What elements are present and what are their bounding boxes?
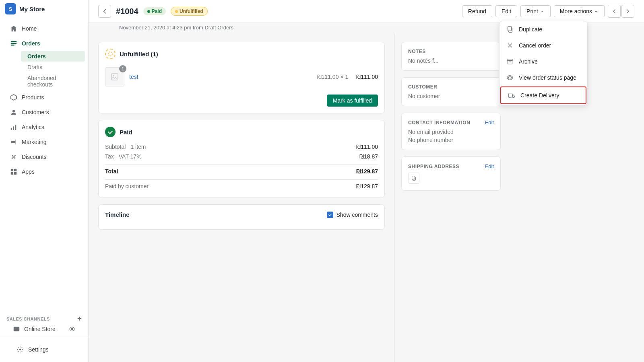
nav-arrows xyxy=(608,5,634,18)
svg-rect-4 xyxy=(11,128,12,130)
copy-address-button[interactable] xyxy=(408,173,419,184)
svg-rect-0 xyxy=(11,41,17,42)
svg-point-8 xyxy=(14,157,16,159)
customers-icon xyxy=(10,108,18,116)
eye-icon xyxy=(69,326,75,332)
show-comments-toggle[interactable]: Show comments xyxy=(327,212,378,218)
view-status-icon xyxy=(506,74,514,82)
orders-icon xyxy=(10,39,18,47)
order-item: 1 test ₪111.00 × 1 ₪111.00 xyxy=(105,64,378,90)
svg-rect-2 xyxy=(11,45,14,46)
shipping-edit-button[interactable]: Edit xyxy=(485,163,494,169)
svg-point-20 xyxy=(508,76,511,79)
svg-rect-14 xyxy=(14,327,19,331)
contact-edit-button[interactable]: Edit xyxy=(485,119,494,125)
store-icon: S xyxy=(5,3,16,14)
more-actions-dropdown: Duplicate Cancel order Archive View orde… xyxy=(499,21,588,105)
payment-card: Paid Subtotal 1 item ₪111.00 Tax VAT 17%… xyxy=(98,120,385,198)
analytics-icon xyxy=(10,123,18,131)
paid-by-row: Paid by customer ₪129.87 xyxy=(105,179,378,191)
dropdown-archive[interactable]: Archive xyxy=(500,53,587,70)
svg-point-25 xyxy=(113,75,114,76)
shipping-card: SHIPPING ADDRESS Edit xyxy=(401,156,501,191)
orders-submenu: Orders Drafts Abandoned checkouts xyxy=(0,51,88,90)
sidebar-item-drafts[interactable]: Drafts xyxy=(21,62,85,72)
store-name[interactable]: S My Store xyxy=(0,0,88,18)
cancel-icon xyxy=(506,41,514,49)
payment-header: Paid xyxy=(105,127,378,137)
sidebar-item-marketing[interactable]: Marketing xyxy=(3,135,85,149)
paid-status-icon xyxy=(105,127,116,137)
svg-rect-11 xyxy=(14,169,17,171)
svg-rect-10 xyxy=(11,169,13,171)
notes-title: Notes xyxy=(408,49,494,54)
sidebar-item-customers[interactable]: Customers xyxy=(3,105,85,119)
svg-rect-6 xyxy=(15,125,17,130)
online-store-item[interactable]: Online Store xyxy=(6,323,82,335)
sidebar-item-abandoned[interactable]: Abandoned checkouts xyxy=(21,73,85,90)
mark-fulfilled-button[interactable]: Mark as fulfilled xyxy=(327,95,378,107)
svg-rect-18 xyxy=(508,27,512,31)
customer-section-title: Customer xyxy=(408,84,494,90)
unfulfilled-card: Unfulfilled (1) 1 test ₪111.00 × 1 ₪111.… xyxy=(98,42,385,113)
svg-point-16 xyxy=(19,349,21,351)
products-icon xyxy=(10,93,18,101)
archive-icon xyxy=(506,58,514,66)
sidebar-item-discounts[interactable]: Discounts xyxy=(3,150,85,164)
delivery-icon xyxy=(508,91,516,99)
item-image: 1 xyxy=(105,67,124,86)
sidebar-item-settings[interactable]: Settings xyxy=(10,342,78,357)
timeline-card: Timeline Show comments xyxy=(98,204,385,230)
sidebar-item-apps[interactable]: Apps xyxy=(3,165,85,179)
edit-button[interactable]: Edit xyxy=(495,5,517,17)
notes-card: Notes No notes f... xyxy=(401,42,501,71)
svg-point-23 xyxy=(108,52,112,56)
prev-order-button[interactable] xyxy=(608,5,621,18)
dropdown-view-status[interactable]: View order status page xyxy=(500,70,587,86)
subtotal-row: Subtotal 1 item ₪111.00 xyxy=(105,142,378,152)
print-dropdown-icon xyxy=(540,9,545,14)
svg-rect-12 xyxy=(11,172,13,175)
print-button[interactable]: Print xyxy=(520,5,551,17)
item-placeholder-icon xyxy=(110,72,119,81)
svg-point-15 xyxy=(71,328,73,330)
sidebar-item-orders-list[interactable]: Orders xyxy=(21,51,85,62)
customer-card: Customer No customer xyxy=(401,77,501,106)
add-sales-channel-icon[interactable]: + xyxy=(77,315,82,323)
side-column: Notes No notes f... Customer No customer… xyxy=(394,34,507,362)
marketing-icon xyxy=(10,138,18,146)
svg-point-7 xyxy=(12,155,14,157)
sidebar-item-products[interactable]: Products xyxy=(3,90,85,105)
back-button[interactable] xyxy=(98,5,111,18)
item-quantity-badge: 1 xyxy=(119,65,126,72)
contact-card: CONTACT INFORMATION Edit No email provid… xyxy=(401,113,501,150)
total-row: Total ₪129.87 xyxy=(105,165,378,176)
paid-badge: Paid xyxy=(143,7,166,15)
sidebar-item-home[interactable]: Home xyxy=(3,21,85,36)
shipping-title: SHIPPING ADDRESS Edit xyxy=(408,163,494,169)
dropdown-cancel[interactable]: Cancel order xyxy=(500,37,587,53)
svg-point-22 xyxy=(513,97,514,98)
more-actions-button[interactable]: More actions xyxy=(554,5,605,17)
sales-channels-title: SALES CHANNELS + xyxy=(6,315,82,323)
duplicate-icon xyxy=(506,25,514,33)
no-phone: No phone number xyxy=(408,137,494,143)
next-order-button[interactable] xyxy=(621,5,634,18)
refund-button[interactable]: Refund xyxy=(462,5,492,17)
timeline-header: Timeline Show comments xyxy=(105,211,378,218)
dropdown-duplicate[interactable]: Duplicate xyxy=(500,21,587,37)
item-name[interactable]: test xyxy=(129,74,138,80)
no-customer: No customer xyxy=(408,93,494,99)
main-content: #1004 Paid Unfulfilled Refund Edit Print… xyxy=(89,0,644,362)
more-actions-chevron-icon xyxy=(594,9,599,14)
dropdown-create-delivery[interactable]: Create Delivery xyxy=(500,86,586,104)
order-number: #1004 xyxy=(116,7,138,16)
svg-rect-19 xyxy=(507,59,513,61)
sidebar-item-orders[interactable]: Orders xyxy=(3,36,85,51)
svg-rect-1 xyxy=(11,43,17,44)
svg-rect-5 xyxy=(13,126,14,130)
unfulfilled-dot xyxy=(175,10,178,13)
sidebar-item-analytics[interactable]: Analytics xyxy=(3,120,85,134)
item-price-area: ₪111.00 × 1 ₪111.00 xyxy=(317,74,378,80)
show-comments-checkbox[interactable] xyxy=(327,212,333,218)
